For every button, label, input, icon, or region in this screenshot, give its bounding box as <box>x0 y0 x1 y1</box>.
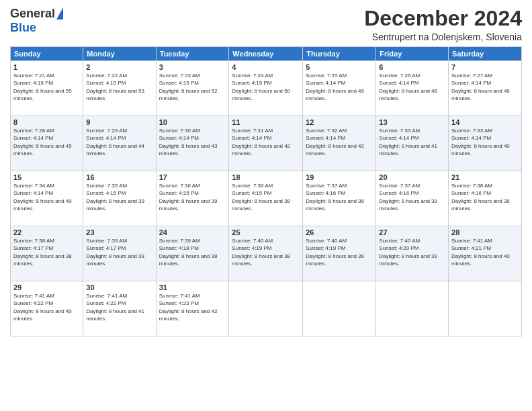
day-number: 9 <box>86 118 152 126</box>
table-row: 11 Sunrise: 7:31 AMSunset: 4:14 PMDaylig… <box>229 116 303 171</box>
day-number: 15 <box>13 173 80 181</box>
day-info: Sunrise: 7:40 AMSunset: 4:20 PMDaylight:… <box>379 238 437 267</box>
logo-blue-text: Blue <box>10 21 36 35</box>
day-number: 16 <box>86 173 152 181</box>
day-number: 8 <box>13 118 80 126</box>
table-row: 8 Sunrise: 7:28 AMSunset: 4:14 PMDayligh… <box>11 116 83 171</box>
day-number: 23 <box>86 228 152 236</box>
day-info: Sunrise: 7:31 AMSunset: 4:14 PMDaylight:… <box>232 128 290 156</box>
table-row: 17 Sunrise: 7:36 AMSunset: 4:15 PMDaylig… <box>156 171 229 226</box>
day-info: Sunrise: 7:39 AMSunset: 4:18 PMDaylight:… <box>159 238 218 267</box>
day-info: Sunrise: 7:26 AMSunset: 4:14 PMDaylight:… <box>379 73 437 101</box>
table-row: 23 Sunrise: 7:39 AMSunset: 4:17 PMDaylig… <box>83 226 156 281</box>
table-row: 12 Sunrise: 7:32 AMSunset: 4:14 PMDaylig… <box>303 116 376 171</box>
table-row: 4 Sunrise: 7:24 AMSunset: 4:15 PMDayligh… <box>229 61 303 116</box>
day-info: Sunrise: 7:27 AMSunset: 4:14 PMDaylight:… <box>451 73 510 101</box>
table-row: 24 Sunrise: 7:39 AMSunset: 4:18 PMDaylig… <box>156 226 229 281</box>
table-row: 7 Sunrise: 7:27 AMSunset: 4:14 PMDayligh… <box>449 61 522 116</box>
day-info: Sunrise: 7:37 AMSunset: 4:16 PMDaylight:… <box>306 183 364 212</box>
day-info: Sunrise: 7:33 AMSunset: 4:14 PMDaylight:… <box>379 128 437 156</box>
day-info: Sunrise: 7:24 AMSunset: 4:15 PMDaylight:… <box>232 73 290 101</box>
table-row: 31 Sunrise: 7:41 AMSunset: 4:23 PMDaylig… <box>156 281 229 336</box>
table-row: 6 Sunrise: 7:26 AMSunset: 4:14 PMDayligh… <box>376 61 449 116</box>
col-wednesday: Wednesday <box>229 47 303 61</box>
empty-cell <box>229 281 303 336</box>
calendar-table: Sunday Monday Tuesday Wednesday Thursday… <box>10 46 522 336</box>
col-sunday: Sunday <box>11 47 83 61</box>
col-friday: Friday <box>376 47 449 61</box>
day-number: 1 <box>13 63 80 71</box>
day-info: Sunrise: 7:37 AMSunset: 4:16 PMDaylight:… <box>379 183 437 212</box>
month-title: December 2024 <box>364 7 522 30</box>
table-row: 30 Sunrise: 7:41 AMSunset: 4:22 PMDaylig… <box>83 281 156 336</box>
logo: General Blue <box>10 7 63 35</box>
day-number: 18 <box>232 173 300 181</box>
table-row: 22 Sunrise: 7:38 AMSunset: 4:17 PMDaylig… <box>11 226 83 281</box>
table-row: 28 Sunrise: 7:41 AMSunset: 4:21 PMDaylig… <box>449 226 522 281</box>
table-row: 25 Sunrise: 7:40 AMSunset: 4:19 PMDaylig… <box>229 226 303 281</box>
day-number: 20 <box>379 173 445 181</box>
day-info: Sunrise: 7:36 AMSunset: 4:15 PMDaylight:… <box>232 183 290 212</box>
day-number: 17 <box>159 173 226 181</box>
day-info: Sunrise: 7:38 AMSunset: 4:17 PMDaylight:… <box>13 238 72 267</box>
table-row: 29 Sunrise: 7:41 AMSunset: 4:22 PMDaylig… <box>11 281 83 336</box>
logo-general-text: General <box>10 7 55 21</box>
page: General Blue December 2024 Sentrupert na… <box>0 0 532 411</box>
table-row: 18 Sunrise: 7:36 AMSunset: 4:15 PMDaylig… <box>229 171 303 226</box>
day-number: 6 <box>379 63 445 71</box>
day-info: Sunrise: 7:40 AMSunset: 4:19 PMDaylight:… <box>232 238 290 267</box>
day-info: Sunrise: 7:32 AMSunset: 4:14 PMDaylight:… <box>306 128 364 156</box>
day-number: 14 <box>451 118 519 126</box>
day-info: Sunrise: 7:41 AMSunset: 4:21 PMDaylight:… <box>451 238 510 267</box>
day-info: Sunrise: 7:41 AMSunset: 4:22 PMDaylight:… <box>86 293 144 322</box>
day-number: 28 <box>451 228 519 236</box>
col-tuesday: Tuesday <box>156 47 229 61</box>
empty-cell <box>376 281 449 336</box>
day-number: 27 <box>379 228 445 236</box>
table-row: 15 Sunrise: 7:34 AMSunset: 4:14 PMDaylig… <box>11 171 83 226</box>
table-row: 16 Sunrise: 7:35 AMSunset: 4:15 PMDaylig… <box>83 171 156 226</box>
day-number: 3 <box>159 63 226 71</box>
day-info: Sunrise: 7:34 AMSunset: 4:14 PMDaylight:… <box>13 183 72 212</box>
day-info: Sunrise: 7:21 AMSunset: 4:16 PMDaylight:… <box>13 73 72 101</box>
header-right: December 2024 Sentrupert na Dolenjskem, … <box>364 7 522 42</box>
day-info: Sunrise: 7:30 AMSunset: 4:14 PMDaylight:… <box>159 128 218 156</box>
table-row: 20 Sunrise: 7:37 AMSunset: 4:16 PMDaylig… <box>376 171 449 226</box>
day-number: 7 <box>451 63 519 71</box>
day-info: Sunrise: 7:36 AMSunset: 4:15 PMDaylight:… <box>159 183 218 212</box>
day-number: 21 <box>451 173 519 181</box>
day-number: 2 <box>86 63 152 71</box>
table-row: 27 Sunrise: 7:40 AMSunset: 4:20 PMDaylig… <box>376 226 449 281</box>
col-monday: Monday <box>83 47 156 61</box>
day-info: Sunrise: 7:33 AMSunset: 4:14 PMDaylight:… <box>451 128 510 156</box>
day-info: Sunrise: 7:23 AMSunset: 4:15 PMDaylight:… <box>159 73 218 101</box>
day-number: 30 <box>86 283 152 291</box>
day-info: Sunrise: 7:28 AMSunset: 4:14 PMDaylight:… <box>13 128 72 156</box>
day-info: Sunrise: 7:38 AMSunset: 4:16 PMDaylight:… <box>451 183 510 212</box>
day-info: Sunrise: 7:40 AMSunset: 4:19 PMDaylight:… <box>306 238 364 267</box>
day-number: 29 <box>13 283 80 291</box>
day-number: 5 <box>306 63 373 71</box>
table-row: 13 Sunrise: 7:33 AMSunset: 4:14 PMDaylig… <box>376 116 449 171</box>
table-row: 1 Sunrise: 7:21 AMSunset: 4:16 PMDayligh… <box>11 61 83 116</box>
logo-triangle-icon <box>56 7 63 19</box>
table-row: 10 Sunrise: 7:30 AMSunset: 4:14 PMDaylig… <box>156 116 229 171</box>
day-info: Sunrise: 7:35 AMSunset: 4:15 PMDaylight:… <box>86 183 144 212</box>
day-number: 22 <box>13 228 80 236</box>
empty-cell <box>303 281 376 336</box>
table-row: 21 Sunrise: 7:38 AMSunset: 4:16 PMDaylig… <box>449 171 522 226</box>
table-row: 3 Sunrise: 7:23 AMSunset: 4:15 PMDayligh… <box>156 61 229 116</box>
day-number: 26 <box>306 228 373 236</box>
day-number: 19 <box>306 173 373 181</box>
table-row: 5 Sunrise: 7:25 AMSunset: 4:14 PMDayligh… <box>303 61 376 116</box>
day-info: Sunrise: 7:29 AMSunset: 4:14 PMDaylight:… <box>86 128 144 156</box>
day-info: Sunrise: 7:25 AMSunset: 4:14 PMDaylight:… <box>306 73 364 101</box>
col-saturday: Saturday <box>449 47 522 61</box>
col-thursday: Thursday <box>303 47 376 61</box>
table-row: 9 Sunrise: 7:29 AMSunset: 4:14 PMDayligh… <box>83 116 156 171</box>
table-row: 14 Sunrise: 7:33 AMSunset: 4:14 PMDaylig… <box>449 116 522 171</box>
table-row: 19 Sunrise: 7:37 AMSunset: 4:16 PMDaylig… <box>303 171 376 226</box>
day-info: Sunrise: 7:41 AMSunset: 4:22 PMDaylight:… <box>13 293 72 322</box>
day-info: Sunrise: 7:41 AMSunset: 4:23 PMDaylight:… <box>159 293 218 322</box>
day-number: 4 <box>232 63 300 71</box>
